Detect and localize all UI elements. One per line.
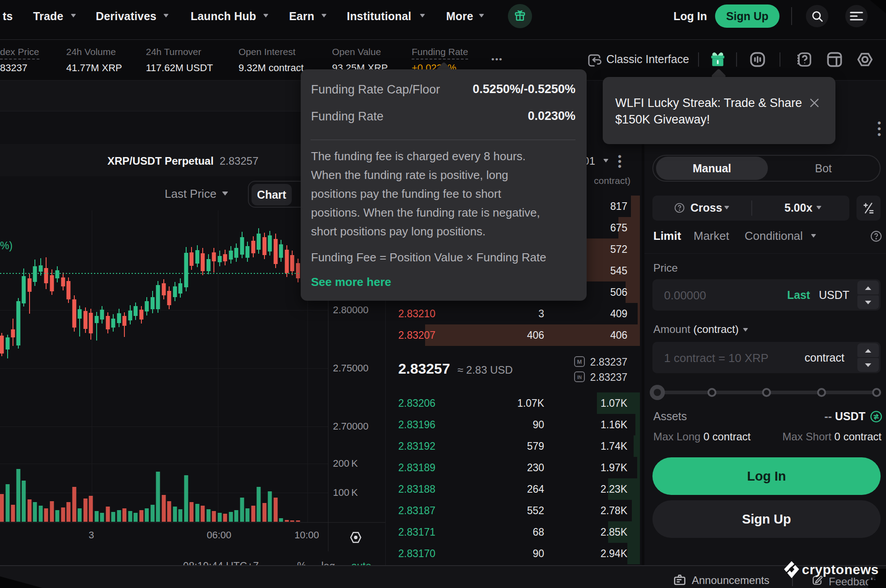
svg-text:M: M xyxy=(577,358,582,365)
svg-text:IN: IN xyxy=(577,375,582,380)
